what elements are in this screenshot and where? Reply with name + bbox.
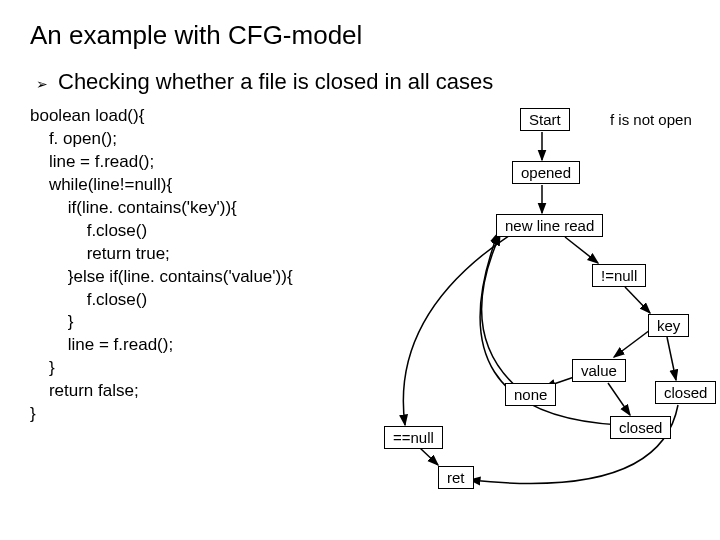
node-closed-lower: closed xyxy=(610,416,671,439)
node-start: Start xyxy=(520,108,570,131)
code-block: boolean load(){ f. open(); line = f.read… xyxy=(30,105,293,426)
svg-line-4 xyxy=(667,337,676,380)
node-closed-right: closed xyxy=(655,381,716,404)
node-value: value xyxy=(572,359,626,382)
node-ret: ret xyxy=(438,466,474,489)
node-newline: new line read xyxy=(496,214,603,237)
node-key: key xyxy=(648,314,689,337)
subtitle-row: ➢ Checking whether a file is closed in a… xyxy=(30,69,690,95)
node-nenull: !=null xyxy=(592,264,646,287)
svg-line-6 xyxy=(608,383,630,415)
svg-line-3 xyxy=(625,287,650,313)
label-f-not-open: f is not open xyxy=(610,111,692,128)
node-opened: opened xyxy=(512,161,580,184)
node-none: none xyxy=(505,383,556,406)
slide-title: An example with CFG-model xyxy=(30,20,690,51)
svg-line-5 xyxy=(614,330,650,357)
node-eqnull: ==null xyxy=(384,426,443,449)
svg-line-2 xyxy=(565,237,598,263)
bullet-icon: ➢ xyxy=(36,76,48,92)
subtitle-text: Checking whether a file is closed in all… xyxy=(58,69,493,95)
svg-line-8 xyxy=(420,448,438,465)
cfg-diagram: Start f is not open opened new line read… xyxy=(360,105,700,505)
